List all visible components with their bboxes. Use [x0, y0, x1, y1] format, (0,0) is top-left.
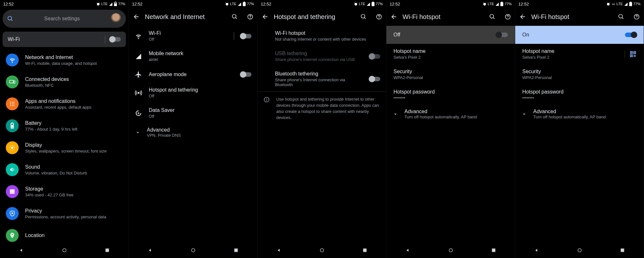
svg-point-31 — [192, 249, 195, 252]
svg-point-18 — [11, 147, 14, 149]
item-title: Aeroplane mode — [149, 72, 234, 77]
svg-point-28 — [250, 18, 251, 18]
svg-line-26 — [236, 18, 237, 19]
row-advanced[interactable]: Advanced VPN, Private DNS — [129, 123, 257, 142]
nav-bar — [258, 244, 386, 258]
row-advanced[interactable]: Advanced Turn off hotspot automatically,… — [386, 105, 515, 123]
account-avatar[interactable] — [110, 13, 121, 24]
svg-point-40 — [320, 249, 324, 252]
lte-label: LTE — [488, 2, 494, 6]
svg-point-33 — [361, 15, 365, 18]
nav-recents-icon[interactable] — [233, 248, 239, 253]
nav-recents-icon[interactable] — [362, 248, 367, 253]
search-icon[interactable] — [489, 14, 496, 20]
wifi-icon — [6, 54, 19, 66]
status-bar: 12:52 LTE 77% — [258, 0, 386, 8]
nav-back-icon[interactable] — [19, 247, 24, 253]
row-security[interactable]: Security WPA2-Personal — [515, 64, 644, 84]
settings-row[interactable]: Sound Volume, vibration, Do Not Disturb — [0, 159, 128, 181]
chevron-down-icon — [521, 111, 527, 117]
settings-row[interactable]: Battery 77% - About 1 day, 9 hrs left — [0, 115, 128, 137]
help-icon[interactable] — [633, 14, 640, 20]
battery-icon — [6, 119, 19, 132]
wifi-quick-chip[interactable]: Wi-Fi — [3, 32, 126, 47]
qr-code-icon[interactable] — [625, 51, 637, 58]
item-sub: Wi-Fi, mobile, data usage, and hotspot — [25, 61, 123, 66]
nav-home-icon[interactable] — [448, 247, 454, 253]
advanced-title: Advanced — [147, 127, 181, 133]
nav-back-icon[interactable] — [147, 247, 153, 253]
settings-row[interactable]: Apps and notifications Assistant, recent… — [0, 93, 128, 115]
row-password[interactable]: Hotspot password •••••••• — [515, 84, 644, 105]
row-hotspot-name[interactable]: Hotspot name Selva's Pixel 2 — [386, 44, 515, 64]
svg-line-3 — [11, 20, 13, 21]
nav-home-icon[interactable] — [577, 247, 582, 253]
signal-icon — [495, 2, 499, 6]
network-row[interactable]: Hotspot and tethering Off — [129, 83, 257, 103]
settings-row[interactable]: Display Styles, wallpapers, screen timeo… — [0, 137, 128, 159]
network-row[interactable]: Mobile network airtel — [129, 46, 257, 66]
settings-row[interactable]: Connected devices Bluetooth, NFC — [0, 71, 128, 93]
airplane-toggle[interactable] — [241, 72, 251, 77]
back-icon[interactable] — [261, 13, 269, 20]
svg-rect-46 — [492, 249, 496, 252]
back-icon[interactable] — [390, 13, 397, 20]
row-bluetooth-tethering[interactable]: Bluetooth tethering Share phone's Intern… — [258, 66, 386, 92]
svg-rect-54 — [631, 52, 632, 53]
hotspot-banner[interactable]: Off — [386, 26, 515, 44]
settings-row[interactable]: Storage 34% used - 42.27 GB free — [0, 181, 128, 203]
help-icon[interactable] — [505, 14, 511, 20]
banner-label: Off — [393, 32, 400, 38]
row-advanced[interactable]: Advanced Turn off hotspot automatically,… — [515, 105, 644, 123]
item-sub: Bluetooth, NFC — [25, 83, 123, 88]
svg-rect-1 — [114, 3, 116, 3]
help-icon[interactable] — [376, 14, 382, 20]
bluetooth-tethering-toggle[interactable] — [369, 77, 380, 81]
svg-rect-21 — [10, 193, 15, 194]
network-row[interactable]: Aeroplane mode — [129, 66, 257, 83]
row-hotspot-name[interactable]: Hotspot name Selva's Pixel 2 — [515, 44, 644, 64]
item-title: Battery — [25, 120, 123, 126]
settings-row[interactable]: Network and Internet Wi-Fi, mobile, data… — [0, 49, 128, 71]
svg-rect-17 — [12, 125, 13, 128]
item-title: Hotspot and tethering — [149, 87, 251, 93]
item-sub: Share phone's Internet connection via Bl… — [275, 77, 363, 87]
wifi-toggle[interactable] — [241, 34, 251, 38]
search-icon[interactable] — [232, 14, 238, 20]
app-bar: Wi-Fi hotspot — [515, 8, 644, 26]
item-title: Storage — [25, 186, 123, 192]
nav-home-icon[interactable] — [190, 247, 196, 253]
nav-back-icon[interactable] — [534, 247, 540, 253]
row-password[interactable]: Hotspot password •••••••• — [386, 84, 515, 105]
divider — [234, 32, 234, 40]
nav-back-icon[interactable] — [276, 247, 282, 253]
search-settings[interactable]: Search settings — [3, 10, 126, 28]
search-icon[interactable] — [618, 14, 624, 20]
back-icon[interactable] — [519, 13, 526, 20]
status-time: 12:52 — [132, 2, 143, 6]
svg-point-12 — [10, 105, 11, 106]
nav-recents-icon[interactable] — [105, 248, 110, 253]
wifi-chip-toggle[interactable] — [110, 37, 121, 42]
nav-back-icon[interactable] — [405, 247, 411, 253]
nav-recents-icon[interactable] — [620, 248, 625, 253]
item-sub: Volume, vibration, Do Not Disturb — [25, 171, 123, 175]
back-icon[interactable] — [133, 13, 140, 20]
hotspot-master-toggle[interactable] — [625, 33, 637, 37]
hotspot-master-toggle[interactable] — [496, 33, 508, 37]
svg-point-29 — [138, 92, 139, 94]
hotspot-banner[interactable]: On — [515, 26, 644, 44]
nav-home-icon[interactable] — [62, 247, 67, 253]
network-row[interactable]: Data Saver Off — [129, 103, 257, 123]
row-security[interactable]: Security WPA2-Personal — [386, 64, 515, 84]
row-wifi-hotspot[interactable]: Wi-Fi hotspot Not sharing Internet or co… — [258, 26, 386, 46]
search-icon[interactable] — [360, 14, 367, 20]
help-icon[interactable] — [247, 14, 253, 20]
network-row[interactable]: Wi-Fi Off — [129, 26, 257, 46]
settings-row[interactable]: Privacy Permissions, account activity, p… — [0, 203, 128, 224]
status-bar: 12:52 LTE 77% — [129, 0, 257, 8]
nav-home-icon[interactable] — [319, 247, 325, 253]
nav-recents-icon[interactable] — [491, 248, 496, 253]
settings-row[interactable]: Location — [0, 224, 128, 244]
page-title: Network and Internet — [145, 13, 226, 21]
